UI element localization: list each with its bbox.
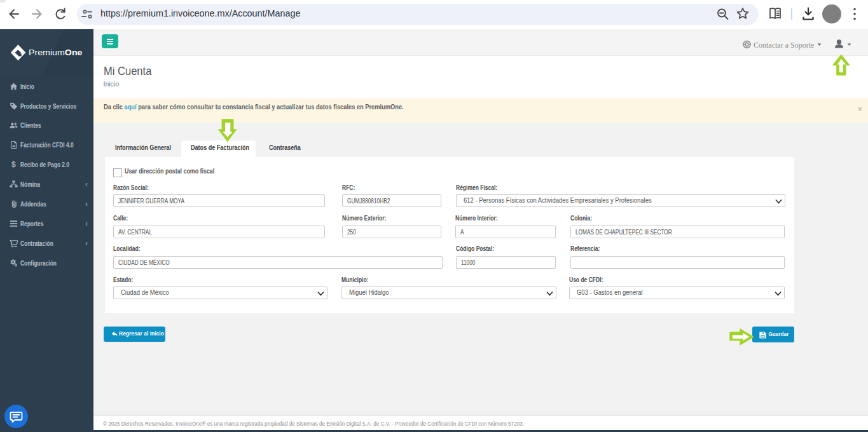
svg-text:PremiumOne: PremiumOne bbox=[29, 48, 83, 57]
svg-text:Contactar a Soporte: Contactar a Soporte bbox=[754, 41, 815, 50]
svg-text:$: $ bbox=[11, 160, 16, 168]
